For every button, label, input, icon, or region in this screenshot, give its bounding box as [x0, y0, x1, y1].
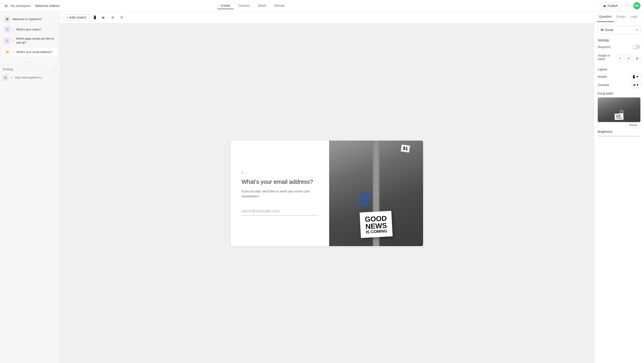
add-content-button[interactable]: + Add content: [64, 14, 90, 21]
image-video-row: Image or video ⎘ ⇄ 🗑: [598, 54, 640, 63]
desktop-label: Desktop: [598, 83, 609, 87]
mobile-preview-icon[interactable]: 📱: [91, 14, 98, 21]
canvas-toolbar: + Add content 📱 ▶ ⊕ ⚙: [60, 12, 594, 23]
sidebar-item-q3[interactable]: ✉ 3 What's your email address?: [2, 47, 58, 57]
endings-header: Endings +: [0, 65, 60, 73]
scroll-indicator: — — —: [0, 60, 60, 65]
panel-body: ✉ Email ▾ Settings Required Image or vid…: [594, 22, 644, 140]
panel-tab-logic[interactable]: Logic: [628, 12, 640, 22]
good-news-sign: GOOD NEWS IS COMING: [360, 211, 393, 238]
endings-add-button[interactable]: +: [52, 66, 57, 72]
required-label: Required: [598, 45, 610, 49]
focal-point-section: Focal point GOODNEWSIS COMING Reset: [598, 92, 640, 122]
image-actions: ⎘ ⇄ 🗑: [617, 55, 640, 62]
sidebar-item-welcome[interactable]: ⊞ Welcome to Typeform!: [2, 14, 58, 24]
tab-connect[interactable]: Connect: [234, 2, 253, 9]
gn-line3: IS COMING: [366, 229, 388, 234]
tab-share[interactable]: Share: [254, 2, 270, 9]
ending-badge: ⊞: [2, 74, 8, 81]
layout-section: Layout Mobile 📱 ▾ Desktop ⊞ ▾: [598, 67, 640, 88]
main-layout: ⊞ Welcome to Typeform! ≡ 1 What's your n…: [0, 12, 644, 363]
brightness-section: Brightness: [598, 128, 640, 137]
tab-create[interactable]: Create: [217, 2, 234, 9]
mobile-layout-icon: 📱: [632, 75, 636, 78]
panel-tabs: Question Design Logic: [594, 12, 644, 22]
image-delete-btn[interactable]: 🗑: [634, 55, 640, 62]
play-preview-icon[interactable]: ▶: [100, 14, 107, 21]
image-swap-btn[interactable]: ⇄: [625, 55, 632, 62]
sidebar-item-ending-a[interactable]: ⊞ A https://www.typeform.c...: [0, 73, 60, 82]
layout-title: Layout: [598, 67, 640, 71]
avatar: RH: [633, 2, 640, 9]
nav-actions: ▶ Publish ? RH: [600, 2, 640, 9]
mobile-label: Mobile: [598, 75, 607, 78]
q3-text: What's your email address?: [16, 50, 56, 54]
panel-tab-design[interactable]: Design: [614, 12, 628, 22]
image-video-section: Image or video ⎘ ⇄ 🗑: [598, 54, 640, 63]
image-copy-btn[interactable]: ⎘: [617, 55, 624, 62]
share-icon[interactable]: ⊕: [109, 14, 116, 21]
question-subtitle: If you accept, we'd like to send you som…: [242, 189, 318, 199]
mobile-layout-select[interactable]: 📱 ▾: [630, 73, 640, 80]
sidebar-item-q1[interactable]: ≡ 1 What's your name?: [2, 24, 58, 34]
workspace-label[interactable]: My workspace: [11, 4, 31, 7]
sidebar-questions-section: ⊞ Welcome to Typeform! ≡ 1 What's your n…: [0, 12, 60, 60]
q3-num: 3: [13, 51, 14, 53]
mobile-dropdown-arrow: ▾: [636, 74, 638, 79]
welcome-badge: ⊞: [4, 16, 10, 22]
news-image-area: $1 GOOD NEWS IS COMING: [329, 141, 423, 246]
q1-text: What's your name?: [16, 27, 56, 31]
tab-results[interactable]: Results: [271, 2, 288, 9]
ending-url: https://www.typeform.c...: [15, 76, 58, 79]
desktop-dropdown-arrow: ▾: [636, 83, 638, 87]
settings-section: Settings Required: [598, 38, 640, 49]
form-title: Welcome redirect: [35, 4, 60, 7]
top-nav: ⊞ My workspace › Welcome redirect Create…: [0, 0, 644, 12]
q1-badge: ≡: [4, 26, 10, 33]
reset-button[interactable]: Reset: [626, 122, 640, 128]
welcome-text: Welcome to Typeform!: [12, 17, 56, 21]
q1-num: 1: [12, 28, 14, 31]
email-input[interactable]: [242, 207, 318, 216]
endings-section: Endings + ⊞ A https://www.typeform.c...: [0, 65, 60, 82]
brightness-slider[interactable]: [598, 136, 640, 137]
publish-button[interactable]: ▶ Publish: [600, 2, 622, 9]
question-number: 3 →: [242, 171, 318, 175]
desktop-layout-select[interactable]: ⊞ ▾: [631, 82, 640, 88]
right-panel: Question Design Logic ✉ Email ▾ Settings…: [594, 12, 644, 363]
focal-point-title: Focal point: [598, 92, 640, 95]
sidebar: ⊞ Welcome to Typeform! ≡ 1 What's your n…: [0, 12, 60, 363]
ending-label: A: [11, 76, 12, 79]
brightness-title: Brightness: [598, 130, 640, 133]
required-toggle[interactable]: [632, 45, 640, 49]
nav-chevron-icon: ›: [32, 4, 33, 7]
help-icon[interactable]: ?: [624, 3, 630, 9]
endings-title: Endings: [3, 67, 52, 71]
question-title: What's your email address?: [242, 178, 318, 185]
nav-brand: ⊞ My workspace › Welcome redirect: [4, 3, 60, 8]
q-arrow: →: [245, 171, 248, 175]
nav-tabs: Create Connect Share Results: [217, 2, 288, 9]
email-type-selector[interactable]: ✉ Email ▾: [598, 26, 640, 34]
email-label: Email: [605, 28, 634, 32]
q2-text: Which page would you like to visit @?: [16, 37, 56, 45]
image-video-label: Image or video: [598, 54, 617, 61]
focal-point-preview[interactable]: GOODNEWSIS COMING: [598, 97, 640, 122]
panel-tab-question[interactable]: Question: [597, 12, 614, 22]
q3-badge: ✉: [4, 49, 10, 55]
play-icon: ▶: [604, 4, 606, 7]
canvas-area: + Add content 📱 ▶ ⊕ ⚙ 3 → What's your em…: [60, 12, 594, 363]
dropdown-arrow-icon: ▾: [636, 28, 638, 31]
sidebar-item-q2[interactable]: ≡ 2 Which page would you like to visit @…: [2, 35, 58, 46]
desktop-layout-icon: ⊞: [633, 83, 636, 87]
question-image: $1 GOOD NEWS IS COMING: [329, 141, 423, 246]
q-num: 3: [242, 171, 243, 175]
question-card: 3 → What's your email address? If you ac…: [231, 141, 423, 246]
canvas-content: 3 → What's your email address? If you ac…: [60, 23, 594, 363]
settings-icon[interactable]: ⚙: [118, 14, 125, 21]
q2-badge: ≡: [4, 37, 10, 44]
brand-icon: ⊞: [4, 3, 9, 8]
desktop-layout-row: Desktop ⊞ ▾: [598, 82, 640, 88]
publish-label: Publish: [608, 4, 618, 7]
email-icon: ✉: [600, 28, 604, 32]
